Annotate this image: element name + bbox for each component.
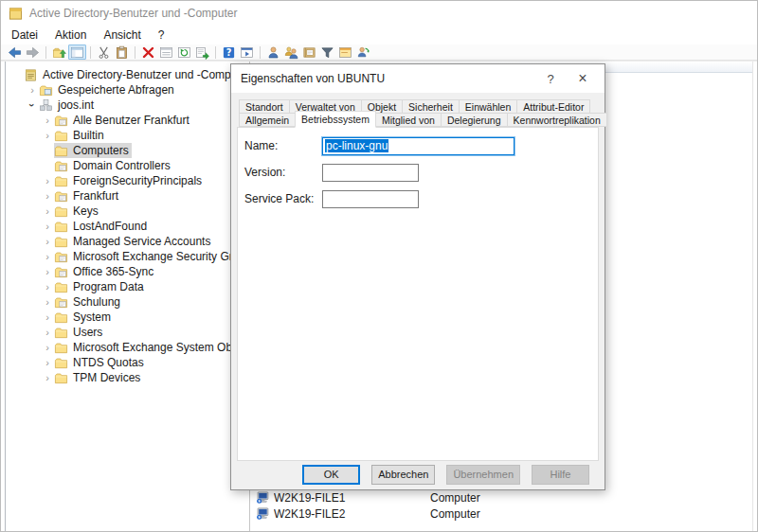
chevron-collapsed-icon[interactable]: › <box>41 310 54 324</box>
console-window-icon[interactable] <box>238 44 256 60</box>
back-icon[interactable] <box>6 44 24 60</box>
export-list-icon[interactable] <box>193 44 211 60</box>
chevron-collapsed-icon[interactable]: › <box>41 114 54 127</box>
paste-icon[interactable] <box>113 44 131 60</box>
abbrechen-button[interactable]: Abbrechen <box>371 465 435 485</box>
tree-item-active-directory-benutzer-und-computer-dc0[interactable]: Active Directory-Benutzer und -Computer … <box>6 67 249 82</box>
tree-item-microsoft-exchange-security-groups[interactable]: ›Microsoft Exchange Security Groups <box>6 249 249 264</box>
help-icon[interactable]: ? <box>220 44 238 60</box>
tree-item-lostandfound[interactable]: ›LostAndFound <box>6 219 249 234</box>
menu-[interactable]: ? <box>150 27 173 44</box>
close-icon[interactable]: × <box>567 70 599 87</box>
field-label-name: Name: <box>244 139 278 152</box>
tree-item-label: Microsoft Exchange Security Groups <box>73 250 249 263</box>
chevron-collapsed-icon[interactable]: › <box>41 129 54 142</box>
list-item-w2k19-file1[interactable]: W2K19-FILE1Computer <box>256 489 480 505</box>
tree-item-domain-controllers[interactable]: Domain Controllers <box>6 158 249 173</box>
tab-allgemein[interactable]: Allgemein <box>239 113 296 127</box>
tab-betriebssystem[interactable]: Betriebssystem <box>295 111 376 128</box>
tree-item-gespeicherte-abfragen[interactable]: ›Gespeicherte Abfragen <box>6 82 249 98</box>
tree-item-builtin[interactable]: ›Builtin <box>6 128 249 143</box>
chevron-collapsed-icon[interactable]: › <box>41 235 54 248</box>
dialog-help-button[interactable]: ? <box>534 72 567 86</box>
tree-item-label: Alle Benutzer Frankfurt <box>73 114 190 127</box>
tree-item-joos-int[interactable]: ›joos.int <box>6 98 249 113</box>
up-level-icon[interactable] <box>50 44 68 60</box>
name-input[interactable]: pc-linux-gnu <box>322 137 514 155</box>
filter-icon[interactable] <box>318 44 336 60</box>
service-pack-input[interactable] <box>322 190 419 208</box>
folder-icon <box>54 310 68 325</box>
window-tasks-icon[interactable] <box>336 44 354 60</box>
tab-standort[interactable]: Standort <box>239 99 290 114</box>
tree-item-label: Microsoft Exchange System Objects <box>73 341 249 354</box>
chevron-collapsed-icon[interactable]: › <box>26 83 39 97</box>
dialog-title-bar: Eigenschaften von UBUNTU ? × <box>231 64 605 93</box>
ok-button[interactable]: OK <box>302 465 360 485</box>
console-tree: Active Directory-Benutzer und -Computer … <box>5 62 250 531</box>
folder-icon <box>54 371 68 385</box>
find-user-icon[interactable] <box>354 44 372 60</box>
chevron-collapsed-icon[interactable]: › <box>41 220 54 233</box>
computer-icon <box>256 506 270 521</box>
chevron-expanded-icon[interactable]: › <box>26 98 39 112</box>
version-input[interactable] <box>322 164 419 182</box>
tab-kennwortreplikation[interactable]: Kennwortreplikation <box>507 113 607 127</box>
forward-icon[interactable] <box>24 44 42 60</box>
tree-item-microsoft-exchange-system-objects[interactable]: ›Microsoft Exchange System Objects <box>6 340 249 355</box>
tree-item-system[interactable]: ›System <box>6 310 249 325</box>
show-console-tree-icon[interactable] <box>68 44 86 60</box>
refresh-icon[interactable] <box>175 44 193 60</box>
chevron-collapsed-icon[interactable]: › <box>41 189 54 203</box>
field-label-version: Version: <box>244 166 285 179</box>
chevron-collapsed-icon[interactable]: › <box>41 371 54 384</box>
tab-einw-hlen[interactable]: Einwählen <box>459 99 517 114</box>
selected-text: pc-linux-gnu <box>325 139 388 152</box>
chevron-collapsed-icon[interactable]: › <box>41 356 54 369</box>
chevron-collapsed-icon[interactable]: › <box>41 250 54 263</box>
list-item-w2k19-file2[interactable]: W2K19-FILE2Computer <box>256 505 480 522</box>
chevron-collapsed-icon[interactable]: › <box>41 341 54 354</box>
new-user-icon[interactable] <box>264 44 282 60</box>
menu-aktion[interactable]: Aktion <box>46 27 95 44</box>
chevron-collapsed-icon[interactable]: › <box>41 326 54 339</box>
chevron-collapsed-icon[interactable]: › <box>41 265 54 278</box>
chevron-collapsed-icon[interactable]: › <box>41 204 54 218</box>
new-group-icon[interactable] <box>282 44 300 60</box>
tree-item-computers[interactable]: Computers <box>6 143 249 158</box>
tree-item-tpm-devices[interactable]: ›TPM Devices <box>6 370 249 385</box>
tab-attribut-editor[interactable]: Attribut-Editor <box>516 99 590 114</box>
ou-icon <box>54 295 68 310</box>
menu-datei[interactable]: Datei <box>3 27 46 44</box>
tree-item-keys[interactable]: ›Keys <box>6 204 249 219</box>
ou-icon <box>54 265 68 279</box>
tree-item-schulung[interactable]: ›Schulung <box>6 294 249 310</box>
menu-ansicht[interactable]: Ansicht <box>95 27 149 44</box>
tree-item-program-data[interactable]: ›Program Data <box>6 279 249 294</box>
properties-icon[interactable] <box>157 44 175 60</box>
tree-item-users[interactable]: ›Users <box>6 325 249 340</box>
tree-item-label: NTDS Quotas <box>73 356 144 369</box>
chevron-collapsed-icon[interactable]: › <box>41 174 54 187</box>
tree-item-office-365-sync[interactable]: ›Office 365-Sync <box>6 264 249 279</box>
delete-icon[interactable] <box>139 44 157 60</box>
cut-icon[interactable] <box>95 44 113 60</box>
tree-item-alle-benutzer-frankfurt[interactable]: ›Alle Benutzer Frankfurt <box>6 113 249 128</box>
app-icon <box>9 7 23 21</box>
tree-item-ntds-quotas[interactable]: ›NTDS Quotas <box>6 355 249 370</box>
tree-item-label: Program Data <box>73 280 144 293</box>
tree-item-label: Users <box>73 326 102 339</box>
tab-delegierung[interactable]: Delegierung <box>441 113 508 127</box>
chevron-collapsed-icon[interactable]: › <box>41 280 54 293</box>
tab-sicherheit[interactable]: Sicherheit <box>402 99 460 114</box>
tab-mitglied-von[interactable]: Mitglied von <box>375 113 442 127</box>
computer-icon <box>256 490 270 505</box>
tree-item-managed-service-accounts[interactable]: ›Managed Service Accounts <box>6 234 249 249</box>
tree-item-label: LostAndFound <box>73 220 147 233</box>
new-ou-icon[interactable] <box>300 44 318 60</box>
tree-item-foreignsecurityprincipals[interactable]: ›ForeignSecurityPrincipals <box>6 173 249 188</box>
chevron-collapsed-icon[interactable]: › <box>41 295 54 309</box>
list-item-name: W2K19-FILE2 <box>274 507 430 521</box>
toolbar: ? <box>1 44 757 61</box>
tree-item-frankfurt[interactable]: ›Frankfurt <box>6 188 249 204</box>
